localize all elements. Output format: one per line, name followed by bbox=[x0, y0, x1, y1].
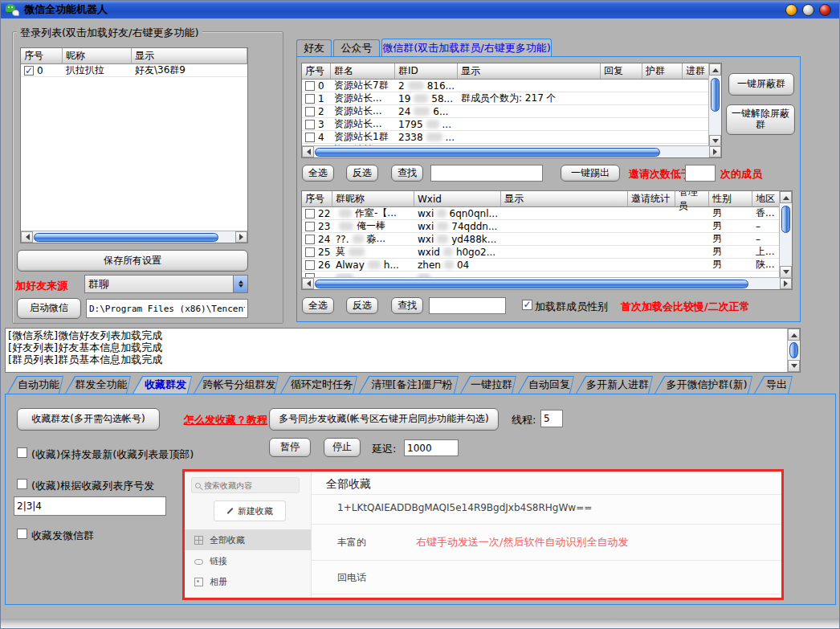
col-header[interactable]: 显示 bbox=[132, 48, 247, 64]
col-header[interactable]: 性别 bbox=[709, 191, 752, 207]
group-row[interactable]: 2 资源站长... 246... bbox=[302, 105, 721, 118]
member-checkbox[interactable] bbox=[305, 247, 315, 257]
col-header[interactable]: 群ID bbox=[395, 63, 458, 80]
stop-button[interactable]: 停止 bbox=[324, 438, 361, 457]
favorites-nav-all[interactable]: 全部收藏 bbox=[185, 529, 311, 550]
favorites-nav-links[interactable]: 链接 bbox=[185, 550, 311, 571]
member-row[interactable]: 22 作室-【... wxi6qn0qnl... 男 香... bbox=[302, 207, 792, 220]
new-collection-button[interactable]: 新建收藏 bbox=[214, 500, 286, 521]
members-invert-select-button[interactable]: 反选 bbox=[346, 297, 378, 314]
account-row[interactable]: ✓0 扒拉扒拉 好友\36群9 bbox=[21, 64, 247, 77]
groups-find-button[interactable]: 查找 bbox=[391, 165, 423, 182]
col-header[interactable]: 回复 bbox=[601, 63, 642, 80]
groups-table-vscrollbar[interactable] bbox=[708, 63, 721, 147]
close-button[interactable] bbox=[819, 4, 831, 16]
group-checkbox[interactable] bbox=[305, 81, 315, 91]
favorites-nav-albums[interactable]: 相册 bbox=[185, 571, 311, 592]
log-output[interactable]: [微信系统]微信好友列表加载完成 [好友列表]好友基本信息加载完成 [群员列表]… bbox=[5, 328, 801, 373]
favorite-item[interactable]: 丰富的 bbox=[337, 536, 366, 549]
minimize-button[interactable] bbox=[785, 4, 797, 16]
col-header[interactable]: 群昵称 bbox=[332, 191, 414, 207]
group-checkbox[interactable] bbox=[305, 107, 315, 116]
load-gender-checkbox[interactable]: ✓ bbox=[522, 300, 532, 310]
add-friend-source-select[interactable]: 群聊 bbox=[84, 275, 248, 293]
unblock-group-button[interactable]: 一键解除屏蔽群 bbox=[726, 104, 795, 135]
groups-table-hscrollbar[interactable] bbox=[302, 145, 721, 157]
kick-button[interactable]: 一键踢出 bbox=[561, 165, 620, 182]
group-row[interactable]: 0 资源站长7群 2816... bbox=[302, 80, 721, 92]
member-row[interactable]: 23 俺一棒 wxi74qddn... 男 – bbox=[302, 220, 792, 233]
members-table-vscrollbar[interactable] bbox=[779, 191, 792, 278]
tab-clean-zombie-fans[interactable]: 清理[备注]僵尸粉 bbox=[359, 376, 459, 394]
index-list-input[interactable] bbox=[14, 496, 166, 516]
wechat-path-input[interactable] bbox=[86, 299, 248, 318]
groups-search-input[interactable] bbox=[430, 165, 543, 182]
col-header[interactable]: 群名 bbox=[331, 63, 395, 80]
col-header[interactable]: 邀请统计 bbox=[628, 191, 675, 207]
launch-wechat-button[interactable]: 启动微信 bbox=[17, 298, 81, 319]
invite-threshold-input[interactable] bbox=[685, 165, 716, 182]
tab-auto-reply[interactable]: 自动回复 bbox=[518, 376, 574, 394]
members-table-hscrollbar[interactable] bbox=[302, 277, 792, 289]
tab-multi-guard-group[interactable]: 多开微信护群(新) bbox=[654, 376, 752, 394]
tab-official-accounts[interactable]: 公众号 bbox=[333, 39, 380, 56]
tab-auto-functions[interactable]: 自动功能 bbox=[7, 376, 63, 394]
tab-export[interactable]: 导出 bbox=[754, 376, 793, 394]
col-header[interactable]: 昵称 bbox=[63, 48, 132, 64]
tab-cross-account-group-send[interactable]: 跨帐号分组群发 bbox=[194, 376, 279, 394]
col-header[interactable]: 管理员 bbox=[675, 191, 709, 207]
member-row[interactable]: 25 莫 wxidh0go2... 男 上... bbox=[302, 246, 792, 259]
favorite-item[interactable]: 1+LKtQAIEADDBgMAQI5e14R9BgdJxb4S8RHgWw== bbox=[337, 502, 592, 513]
thread-count-input[interactable] bbox=[540, 410, 563, 427]
group-row[interactable]: 4 资源站长1群 2338... bbox=[302, 131, 721, 144]
tab-multi-new-member[interactable]: 多开新人进群 bbox=[576, 376, 653, 394]
members-find-button[interactable]: 查找 bbox=[391, 297, 423, 314]
account-checkbox[interactable]: ✓ bbox=[24, 66, 34, 76]
log-vscrollbar[interactable] bbox=[787, 329, 800, 372]
member-row[interactable]: 26 Alwayh... zhen04 男 陕... bbox=[302, 259, 792, 272]
tab-mass-send-all[interactable]: 群发全功能 bbox=[65, 376, 131, 394]
multi-account-sync-send-button[interactable]: 多号同步发收藏(帐号区右键开启同步功能并勾选) bbox=[269, 408, 499, 431]
group-row[interactable]: 3 资源站长... 1795... bbox=[302, 118, 721, 131]
col-header[interactable]: 显示 bbox=[458, 63, 601, 80]
members-search-input[interactable] bbox=[429, 297, 506, 314]
favorites-search-box[interactable] bbox=[191, 477, 300, 493]
col-header[interactable]: Wxid bbox=[414, 191, 501, 207]
member-checkbox[interactable] bbox=[305, 260, 315, 270]
groups-invert-select-button[interactable]: 反选 bbox=[346, 165, 378, 182]
member-checkbox[interactable] bbox=[305, 235, 315, 244]
save-all-settings-button[interactable]: 保存所有设置 bbox=[17, 250, 248, 272]
col-header[interactable]: 序号 bbox=[21, 48, 63, 64]
keep-latest-checkbox[interactable] bbox=[17, 447, 27, 458]
col-header[interactable]: 序号 bbox=[302, 63, 331, 80]
favorite-item[interactable]: 回电话 bbox=[337, 571, 366, 585]
group-checkbox[interactable] bbox=[305, 120, 315, 129]
col-header[interactable]: 序号 bbox=[302, 191, 332, 207]
tab-one-key-pull-group[interactable]: 一键拉群 bbox=[460, 376, 516, 394]
group-row[interactable]: 1 资源站长... 1958... 群成员个数为: 217 个 bbox=[302, 92, 721, 105]
send-by-index-checkbox[interactable] bbox=[17, 479, 27, 489]
member-row[interactable]: 24 ??.淼... wxiyd488k... 男 – bbox=[302, 233, 792, 246]
delay-input[interactable] bbox=[404, 439, 459, 456]
favorites-nav-notes[interactable]: 笔记 bbox=[185, 592, 311, 600]
member-checkbox[interactable] bbox=[305, 209, 315, 219]
spinner-arrows-icon[interactable] bbox=[233, 276, 247, 292]
friend-table-hscrollbar[interactable] bbox=[21, 231, 247, 243]
tab-loop-timed-tasks[interactable]: 循环定时任务 bbox=[280, 376, 357, 394]
groups-select-all-button[interactable]: 全选 bbox=[302, 165, 334, 182]
members-select-all-button[interactable]: 全选 bbox=[302, 297, 334, 314]
tab-favorites-mass-send[interactable]: 收藏群发 bbox=[133, 376, 192, 394]
favorites-search-input[interactable] bbox=[204, 481, 284, 490]
favorites-mass-send-button[interactable]: 收藏群发(多开需勾选帐号) bbox=[17, 408, 160, 431]
how-to-send-tutorial-link[interactable]: 怎么发收藏？教程 bbox=[184, 413, 267, 427]
block-group-button[interactable]: 一键屏蔽群 bbox=[728, 73, 794, 96]
send-to-groups-checkbox[interactable] bbox=[17, 529, 27, 539]
maximize-button[interactable] bbox=[802, 4, 814, 16]
col-header[interactable]: 显示 bbox=[501, 191, 628, 207]
pause-button[interactable]: 暂停 bbox=[269, 438, 311, 457]
group-checkbox[interactable] bbox=[305, 94, 315, 104]
col-header[interactable]: 护群 bbox=[642, 63, 683, 80]
member-checkbox[interactable] bbox=[305, 222, 315, 231]
tab-wechat-groups[interactable]: 微信群(双击加载群员/右键更多功能) bbox=[381, 39, 552, 56]
tab-friends[interactable]: 好友 bbox=[296, 39, 332, 56]
